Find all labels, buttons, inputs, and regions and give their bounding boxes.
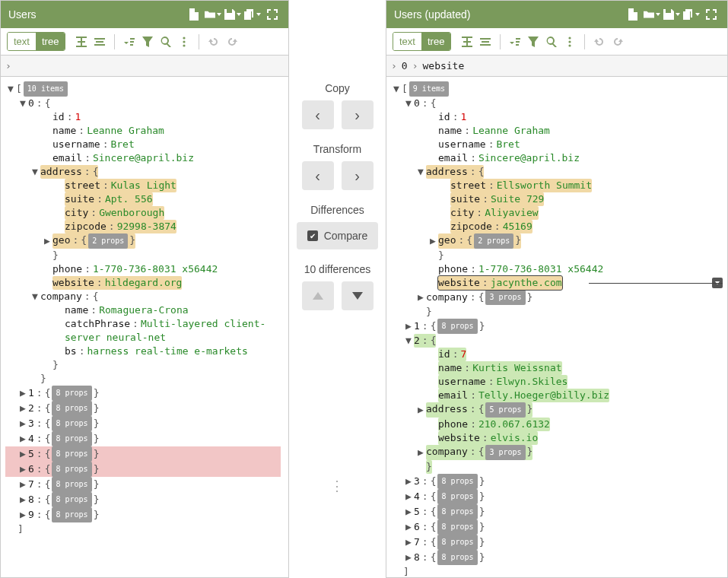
more-icon[interactable] (561, 33, 578, 50)
expand-all-icon[interactable] (459, 33, 475, 50)
expand-toggle[interactable]: ▶ (17, 386, 28, 400)
collapse-all-icon[interactable] (91, 33, 108, 50)
more-icon[interactable] (176, 33, 192, 50)
value-bs[interactable]: harness real-time e-markets (87, 345, 247, 358)
undo-icon[interactable] (591, 33, 608, 50)
open-file-icon[interactable] (205, 6, 221, 23)
redo-icon[interactable] (609, 33, 626, 50)
mode-text-button[interactable]: text (393, 33, 421, 50)
value-phone[interactable]: 1-770-736-8031 x56442 (478, 262, 603, 276)
new-file-icon[interactable] (185, 6, 202, 23)
expand-toggle[interactable]: ▶ (415, 446, 426, 459)
expand-toggle[interactable]: ▼ (30, 290, 40, 303)
open-file-icon[interactable] (644, 6, 660, 23)
chevron-right-icon[interactable]: › (5, 60, 11, 71)
mode-toggle[interactable]: text tree (7, 32, 65, 51)
value-street[interactable]: Kulas Light (111, 179, 176, 191)
crumb-website[interactable]: website (422, 60, 464, 71)
value-username[interactable]: Elwyn.Skiles (496, 376, 567, 387)
copy-icon[interactable] (244, 6, 261, 23)
context-menu-button[interactable] (712, 278, 723, 288)
filter-icon[interactable] (139, 33, 156, 50)
expand-toggle[interactable]: ▶ (17, 402, 28, 415)
collapse-all-icon[interactable] (477, 33, 494, 50)
expand-toggle[interactable]: ▶ (403, 535, 414, 549)
undo-icon[interactable] (205, 33, 222, 50)
save-file-icon[interactable] (663, 6, 680, 23)
expand-all-icon[interactable] (73, 33, 90, 50)
redo-icon[interactable] (224, 33, 240, 50)
expand-toggle[interactable]: ▶ (17, 462, 28, 476)
expand-toggle[interactable]: ▶ (17, 417, 28, 430)
expand-toggle[interactable]: ▶ (403, 520, 414, 534)
value-zipcode[interactable]: 92998-3874 (117, 221, 176, 232)
value-phone[interactable]: 1-770-736-8031 x56442 (93, 262, 218, 276)
sort-icon[interactable] (507, 33, 523, 50)
more-vertical-icon[interactable]: ⋮ (330, 394, 345, 494)
expand-toggle[interactable]: ▶ (42, 234, 52, 248)
value-email[interactable]: Sincere@april.biz (478, 151, 580, 165)
expand-toggle[interactable]: ▶ (428, 234, 438, 248)
expand-toggle[interactable]: ▶ (403, 551, 414, 564)
value-zipcode[interactable]: 45169 (503, 221, 532, 232)
expand-toggle[interactable]: ▼ (403, 334, 414, 348)
value-suite[interactable]: Apt. 556 (105, 193, 153, 205)
prev-diff-button[interactable] (302, 281, 334, 310)
value-phone[interactable]: 210.067.6132 (478, 418, 550, 430)
value-city[interactable]: Gwenborough (99, 207, 164, 218)
value-email[interactable]: Sincere@april.biz (93, 151, 194, 165)
value-website[interactable]: hildegard.org (105, 277, 183, 288)
transform-left-button[interactable]: ‹ (302, 161, 334, 190)
expand-toggle[interactable]: ▼ (403, 97, 414, 110)
mode-tree-button[interactable]: tree (36, 33, 65, 50)
search-icon[interactable] (543, 33, 560, 50)
expand-toggle[interactable]: ▼ (391, 82, 402, 96)
expand-toggle[interactable]: ▶ (17, 432, 28, 446)
new-file-icon[interactable] (624, 6, 641, 23)
search-icon[interactable] (157, 33, 174, 50)
copy-right-button[interactable]: › (342, 100, 374, 129)
expand-toggle[interactable]: ▼ (5, 82, 16, 96)
expand-toggle[interactable]: ▶ (415, 291, 426, 304)
value-name[interactable]: Kurtis Weissnat (472, 362, 561, 373)
expand-toggle[interactable]: ▶ (403, 319, 414, 333)
expand-toggle[interactable]: ▶ (17, 493, 28, 507)
crumb-0[interactable]: 0 (402, 60, 408, 71)
expand-toggle[interactable]: ▶ (403, 505, 414, 519)
transform-right-button[interactable]: › (342, 161, 374, 190)
expand-toggle[interactable]: ▶ (17, 447, 28, 461)
filter-icon[interactable] (525, 33, 542, 50)
sort-icon[interactable] (121, 33, 138, 50)
value-username[interactable]: Bret (496, 138, 520, 151)
copy-left-button[interactable]: ‹ (302, 100, 334, 129)
value-id[interactable]: 1 (75, 110, 81, 124)
expand-toggle[interactable]: ▶ (17, 478, 28, 491)
value-city[interactable]: Aliyaview (485, 207, 538, 218)
value-id[interactable]: 1 (460, 110, 466, 124)
value-name[interactable]: Leanne Graham (472, 124, 550, 138)
value-email[interactable]: Telly.Hoeger@billy.biz (478, 389, 609, 401)
fullscreen-icon[interactable] (703, 6, 720, 23)
compare-toggle[interactable]: ✔ Compare (297, 222, 379, 249)
expand-toggle[interactable]: ▼ (17, 97, 28, 110)
mode-text-button[interactable]: text (8, 33, 36, 50)
value-username[interactable]: Bret (110, 138, 134, 151)
value-website[interactable]: jacynthe.com (491, 277, 562, 288)
expand-toggle[interactable]: ▶ (17, 508, 28, 522)
expand-toggle[interactable]: ▼ (415, 165, 426, 179)
next-diff-button[interactable] (342, 281, 374, 310)
expand-toggle[interactable]: ▶ (415, 403, 426, 417)
value-website[interactable]: elvis.io (491, 432, 539, 443)
copy-icon[interactable] (683, 6, 700, 23)
expand-toggle[interactable]: ▼ (30, 165, 40, 179)
value-id[interactable]: 7 (460, 348, 466, 360)
value-name[interactable]: Leanne Graham (87, 124, 164, 138)
fullscreen-icon[interactable] (264, 6, 281, 23)
value-suite[interactable]: Suite 729 (491, 193, 544, 205)
mode-toggle[interactable]: text tree (393, 32, 451, 51)
value-company-name[interactable]: Romaguera-Crona (99, 303, 188, 317)
save-file-icon[interactable] (224, 6, 241, 23)
expand-toggle[interactable]: ▶ (403, 475, 414, 488)
chevron-right-icon[interactable]: › (391, 60, 397, 71)
mode-tree-button[interactable]: tree (421, 33, 450, 50)
